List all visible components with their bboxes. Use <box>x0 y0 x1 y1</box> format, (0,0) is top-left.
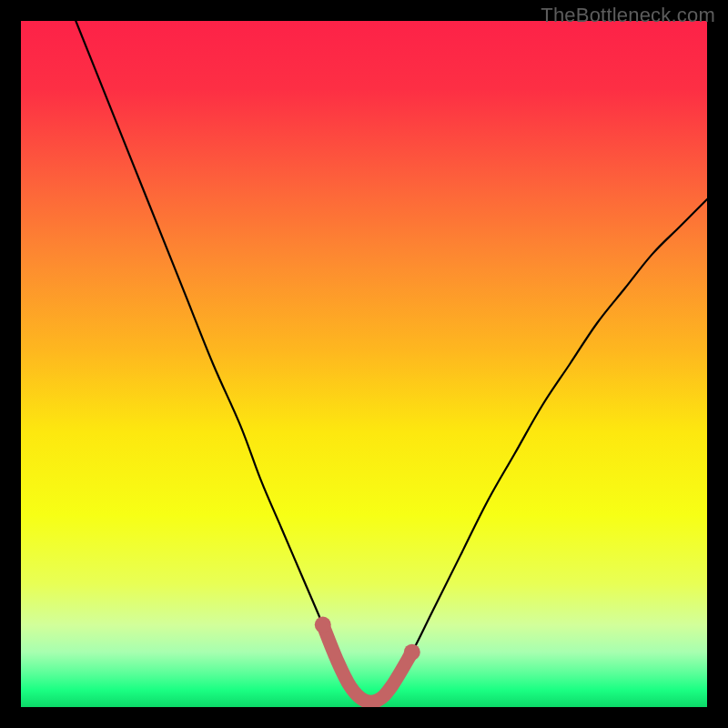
gradient-background <box>21 21 707 707</box>
highlight-dot <box>315 617 331 633</box>
plot-area <box>21 21 707 707</box>
outer-frame: TheBottleneck.com <box>0 0 728 728</box>
highlight-dot <box>404 644 420 661</box>
plot-svg <box>21 21 707 707</box>
watermark-text: TheBottleneck.com <box>541 4 715 27</box>
